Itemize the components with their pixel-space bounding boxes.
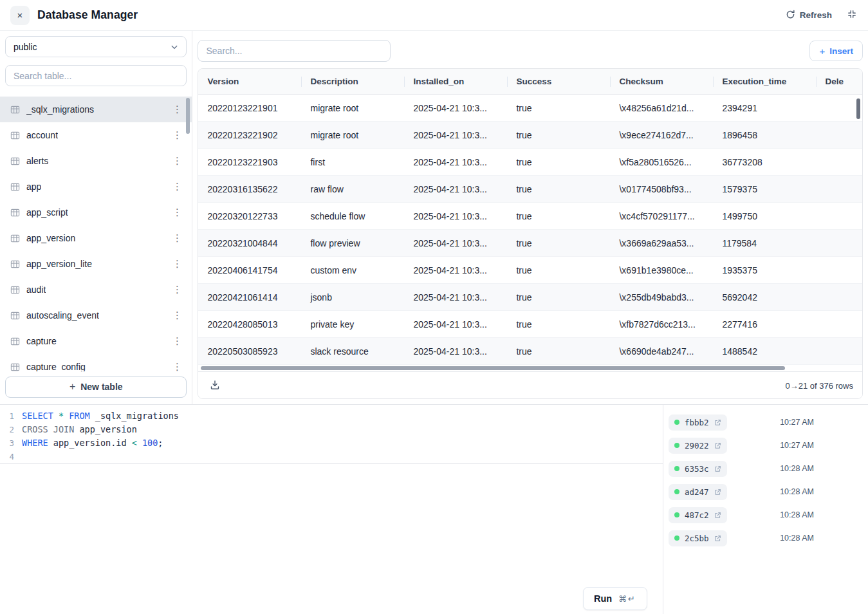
grid-header: VersionDescriptionInstalled_onSuccessChe…: [198, 69, 863, 95]
table-search-input[interactable]: [5, 65, 187, 86]
sidebar-item-audit[interactable]: audit⋮: [0, 277, 192, 302]
history-item[interactable]: fbbb210:27 AM: [663, 411, 868, 434]
history-item[interactable]: 2c5bb10:28 AM: [663, 526, 868, 550]
table-name-label: app: [26, 181, 41, 192]
cell: true: [507, 338, 610, 364]
external-link-icon[interactable]: [714, 535, 721, 542]
cell: 20220428085013: [198, 311, 301, 337]
table-icon: [10, 285, 20, 295]
column-header[interactable]: Description: [301, 69, 404, 94]
kebab-menu-icon[interactable]: ⋮: [171, 129, 183, 141]
kebab-menu-icon[interactable]: ⋮: [171, 232, 183, 244]
table-icon: [10, 362, 20, 371]
kebab-menu-icon[interactable]: ⋮: [171, 258, 183, 270]
column-header[interactable]: Dele: [816, 69, 863, 94]
kebab-menu-icon[interactable]: ⋮: [171, 104, 183, 115]
history-id: fbbb2: [685, 418, 709, 427]
cell: true: [507, 176, 610, 202]
kebab-menu-icon[interactable]: ⋮: [171, 207, 183, 218]
sidebar-item-capture_config[interactable]: capture_config⋮: [0, 354, 192, 371]
history-id-pill[interactable]: 2c5bb: [669, 530, 727, 546]
kebab-menu-icon[interactable]: ⋮: [171, 335, 183, 347]
kebab-menu-icon[interactable]: ⋮: [171, 284, 183, 295]
external-link-icon[interactable]: [714, 465, 721, 472]
download-icon: [210, 380, 220, 392]
history-id-pill[interactable]: ad247: [669, 484, 727, 500]
kebab-menu-icon[interactable]: ⋮: [171, 310, 183, 321]
cell: 1935375: [713, 257, 816, 283]
table-row[interactable]: 20220316135622raw flow2025-04-21 10:3...…: [198, 176, 863, 203]
download-button[interactable]: [207, 377, 223, 395]
external-link-icon[interactable]: [714, 419, 721, 426]
vertical-scrollbar-thumb[interactable]: [856, 98, 860, 119]
sidebar-item-app_script[interactable]: app_script⋮: [0, 200, 192, 225]
sidebar-item-alerts[interactable]: alerts⋮: [0, 148, 192, 174]
cell: true: [507, 203, 610, 229]
new-table-button[interactable]: + New table: [5, 377, 187, 398]
history-item[interactable]: 6353c10:28 AM: [663, 457, 868, 480]
sidebar-item-account[interactable]: account⋮: [0, 122, 192, 148]
table-row[interactable]: 20220428085013private key2025-04-21 10:3…: [198, 311, 863, 338]
cell: 20220123221902: [198, 122, 301, 148]
table-row[interactable]: 20220503085923slack resource2025-04-21 1…: [198, 338, 863, 365]
code-line: [22, 450, 663, 463]
collapse-button[interactable]: [846, 8, 858, 22]
history-time: 10:28 AM: [780, 487, 814, 496]
sidebar-item-app_version[interactable]: app_version⋮: [0, 225, 192, 251]
column-header[interactable]: Version: [198, 69, 301, 94]
cell: [816, 122, 863, 148]
close-button[interactable]: ×: [10, 6, 30, 25]
kebab-menu-icon[interactable]: ⋮: [171, 155, 183, 167]
table-row[interactable]: 20220421061414jsonb2025-04-21 10:3...tru…: [198, 284, 863, 311]
sidebar-item-app[interactable]: app⋮: [0, 174, 192, 200]
insert-button[interactable]: + Insert: [809, 41, 863, 61]
sql-editor[interactable]: 1234 SELECT * FROM _sqlx_migrationsCROSS…: [0, 405, 663, 614]
sidebar-item-_sqlx_migrations[interactable]: _sqlx_migrations⋮: [0, 97, 192, 122]
kebab-menu-icon[interactable]: ⋮: [171, 361, 183, 371]
table-row[interactable]: 20220321004844flow preview2025-04-21 10:…: [198, 230, 863, 257]
external-link-icon[interactable]: [714, 512, 721, 519]
kebab-menu-icon[interactable]: ⋮: [171, 181, 183, 192]
external-link-icon[interactable]: [714, 488, 721, 496]
sql-token: <: [132, 438, 137, 448]
table-row[interactable]: 20220406141754custom env2025-04-21 10:3.…: [198, 257, 863, 284]
cell: 2025-04-21 10:3...: [404, 176, 507, 202]
history-id-pill[interactable]: fbbb2: [669, 414, 727, 431]
table-row[interactable]: 20220123221902migrate root2025-04-21 10:…: [198, 122, 863, 149]
cell: migrate root: [301, 95, 404, 121]
table-row[interactable]: 20220123221901migrate root2025-04-21 10:…: [198, 95, 863, 122]
sidebar-scrollbar[interactable]: [186, 98, 190, 134]
grid-search-input[interactable]: [198, 40, 391, 62]
history-panel: fbbb210:27 AM2902210:27 AM6353c10:28 AMa…: [663, 405, 868, 614]
column-header[interactable]: Execution_time: [713, 69, 816, 94]
sidebar-item-app_version_lite[interactable]: app_version_lite⋮: [0, 251, 192, 277]
code-area: 1234 SELECT * FROM _sqlx_migrationsCROSS…: [0, 405, 663, 464]
cell: first: [301, 149, 404, 175]
history-id-pill[interactable]: 29022: [669, 438, 727, 454]
column-header[interactable]: Installed_on: [404, 69, 507, 94]
history-time: 10:28 AM: [780, 510, 814, 519]
sidebar-item-capture[interactable]: capture⋮: [0, 328, 192, 354]
sidebar-item-autoscaling_event[interactable]: autoscaling_event⋮: [0, 302, 192, 328]
refresh-button[interactable]: Refresh: [786, 10, 832, 21]
history-item[interactable]: 2902210:27 AM: [663, 434, 868, 457]
cell: [816, 149, 863, 175]
table-row[interactable]: 20220123221903first2025-04-21 10:3...tru…: [198, 149, 863, 176]
schema-select-value: public: [14, 42, 37, 52]
table-icon: [10, 311, 20, 321]
run-button[interactable]: Run ⌘↵: [583, 587, 647, 610]
column-header[interactable]: Success: [507, 69, 610, 94]
history-item[interactable]: ad24710:28 AM: [663, 480, 868, 503]
horizontal-scrollbar[interactable]: [198, 365, 862, 371]
table-row[interactable]: 20220320122733schedule flow2025-04-21 10…: [198, 203, 863, 230]
external-link-icon[interactable]: [714, 442, 721, 449]
table-icon: [10, 105, 20, 115]
table-icon: [10, 182, 20, 192]
horizontal-scrollbar-thumb[interactable]: [201, 366, 785, 370]
history-item[interactable]: 487c210:28 AM: [663, 503, 868, 526]
column-header[interactable]: Checksum: [610, 69, 713, 94]
cell: [816, 311, 863, 337]
history-id-pill[interactable]: 487c2: [669, 507, 727, 523]
history-id-pill[interactable]: 6353c: [669, 461, 727, 477]
schema-select[interactable]: public: [5, 36, 187, 57]
